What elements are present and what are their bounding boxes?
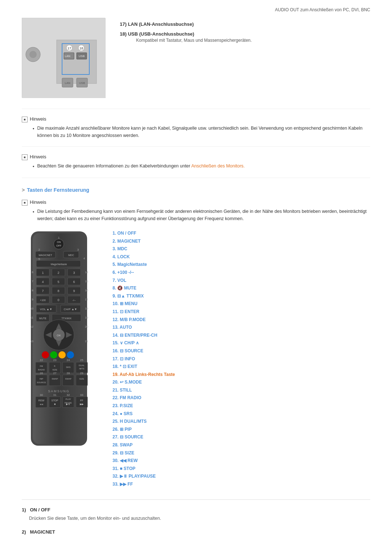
svg-text:REW: REW (38, 399, 45, 402)
svg-text:1: 1 (42, 271, 44, 275)
hint-icon-3: ■ (22, 200, 28, 206)
svg-text:12: 12 (30, 325, 33, 328)
hint-label-3: ■ Hinweis (22, 199, 370, 206)
svg-text:18: 18 (85, 307, 88, 310)
remote-item-3: 3. MDC (113, 245, 370, 253)
svg-text:26: 26 (40, 372, 43, 375)
hint-3-bullet: • Die Leistung der Fernbedienung kann vo… (33, 208, 370, 222)
svg-text:P.: P. (54, 365, 56, 367)
svg-text:6: 6 (32, 271, 34, 274)
spec-item-18: 18) USB (USB-Anschlussbuchse) Kompatibel… (120, 31, 252, 43)
svg-text:MUTE: MUTE (39, 317, 46, 320)
svg-text:6: 6 (73, 280, 75, 284)
svg-point-92 (58, 351, 66, 358)
remote-item-26: 26. ⊞ PIP (113, 426, 370, 434)
svg-text:-/--: -/-- (73, 299, 76, 301)
svg-text:FM: FM (40, 365, 43, 367)
remote-item-33: 33. ▶▶ FF (113, 481, 370, 489)
svg-text:11: 11 (30, 316, 33, 319)
hint-icon-1: ■ (22, 117, 28, 122)
svg-rect-113 (49, 375, 61, 386)
svg-text:TTX/MIX: TTX/MIX (61, 317, 72, 320)
svg-text:/MTS: /MTS (79, 368, 84, 370)
svg-text:USB: USB (79, 81, 85, 85)
remote-item-29: 29. ⊟ SIZE (113, 449, 370, 457)
hint-2-bullet: • Beachten Sie die genaueren Information… (33, 162, 370, 170)
svg-rect-116 (62, 375, 74, 386)
svg-text:17: 17 (85, 298, 88, 301)
svg-text:21: 21 (85, 340, 88, 343)
svg-text:MagicNettaste: MagicNettaste (51, 263, 67, 266)
svg-text:5: 5 (38, 258, 40, 261)
svg-text:CH/P ▲▼: CH/P ▲▼ (64, 308, 77, 311)
remote-item-15: 15. ∨ CH/P ∧ (113, 339, 370, 347)
svg-text:DUAL: DUAL (79, 364, 85, 366)
svg-text:9: 9 (32, 298, 34, 301)
svg-text:23: 23 (53, 358, 57, 362)
svg-text:PLAY: PLAY (66, 398, 71, 400)
hint-2-link[interactable]: Anschließen des Monitors. (191, 163, 245, 169)
svg-text:4: 4 (42, 280, 44, 284)
svg-text:SAMSUNG: SAMSUNG (48, 389, 70, 393)
svg-point-91 (50, 351, 57, 358)
svg-text:VOL ▲▼: VOL ▲▼ (40, 308, 52, 311)
svg-text:OFF: OFF (56, 244, 61, 247)
remote-item-11: 11. ⊡ ENTER (113, 308, 370, 316)
remote-item-18: 18. * ⊡ EXIT (113, 363, 370, 371)
svg-text:INP: INP (40, 378, 43, 380)
svg-text:3: 3 (77, 248, 79, 251)
remote-list: 1. ON / OFF 2. MAGICNET 3. MDC 4. LOCK 5… (113, 230, 370, 489)
svg-rect-123 (36, 397, 47, 408)
svg-text:1: 1 (58, 236, 60, 239)
remote-item-6: 6. +100 -/-- (113, 269, 370, 277)
remote-item-27: 27. ⊟ SOURCE (113, 433, 370, 441)
svg-text:RADIO: RADIO (38, 369, 45, 371)
svg-rect-3 (57, 40, 97, 84)
svg-text:25: 25 (80, 358, 83, 362)
svg-text:LAN: LAN (65, 54, 70, 58)
svg-text:STOP: STOP (52, 399, 58, 402)
svg-text:OK: OK (57, 334, 61, 337)
svg-text:LAN: LAN (65, 81, 70, 85)
svg-text:SOURCE: SOURCE (37, 381, 46, 384)
remote-item-9: 9. ⊟▲ TTX/MIX (113, 292, 370, 300)
hint-block-1: ■ Hinweis • Die maximale Anzahl anschlie… (22, 116, 370, 139)
svg-text:29: 29 (80, 372, 83, 375)
svg-rect-119 (76, 375, 87, 386)
hint-block-3: ■ Hinweis • Die Leistung der Fernbedienu… (22, 199, 370, 222)
svg-text:▶⏸: ▶⏸ (66, 403, 70, 405)
svg-text:◀◀: ◀◀ (40, 403, 43, 405)
svg-text:14: 14 (85, 271, 88, 274)
header-note: AUDIO OUT zum Anschließen von PC, DVI, B… (22, 7, 370, 12)
svg-text:7: 7 (32, 280, 34, 283)
remote-item-1: 1. ON / OFF (113, 230, 370, 238)
svg-text:0: 0 (57, 298, 59, 302)
remote-item-4: 4. LOCK (113, 253, 370, 261)
svg-point-90 (42, 351, 49, 358)
remote-item-20: 20. ↩ S.MODE (113, 378, 370, 386)
remote-item-16: 16. ⊟ SOURCE (113, 347, 370, 355)
hint-1-bullet: • Die maximale Anzahl anschließbarer Mon… (33, 125, 370, 139)
svg-text:SIZE: SIZE (52, 369, 57, 371)
spec-item-17: 17) LAN (LAN-Anschlussbuchse) (120, 21, 252, 27)
svg-text:SWAP: SWAP (65, 378, 71, 380)
svg-text:32: 32 (67, 393, 70, 397)
bottom-section: 1) ON / OFF Drücken Sie diese Taste, um … (22, 499, 370, 535)
svg-rect-136 (76, 397, 87, 408)
svg-text:30: 30 (40, 393, 43, 397)
spec-list: 17) LAN (LAN-Anschlussbuchse) 18) USB (U… (120, 18, 252, 98)
svg-text:ON: ON (57, 241, 61, 243)
top-section: E LAN USB 17 18 LAN U (22, 18, 370, 98)
divider-3 (22, 178, 370, 178)
remote-item-31: 31. ■ STOP (113, 465, 370, 473)
svg-text:SRS: SRS (66, 366, 70, 368)
remote-item-28: 28. SWAP (113, 441, 370, 449)
svg-text:13: 13 (30, 340, 33, 343)
divider-2 (22, 146, 370, 147)
remote-item-12: 12. M/B P.MODE (113, 316, 370, 324)
hint-label-1: ■ Hinweis (22, 116, 370, 122)
bottom-item-2-title: 2) MAGICNET (22, 529, 370, 535)
remote-item-8: 8. 🔇 MUTE (113, 284, 370, 292)
svg-text:FF: FF (80, 399, 83, 402)
svg-rect-109 (36, 375, 47, 386)
